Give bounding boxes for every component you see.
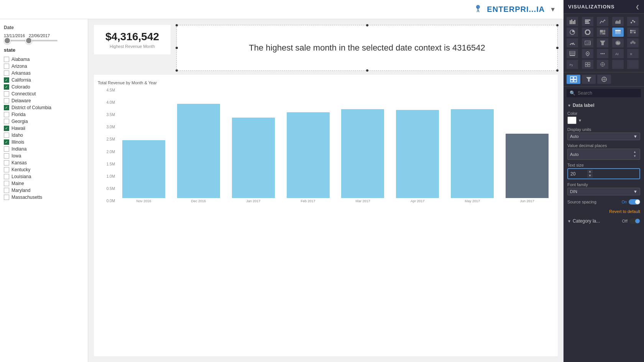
bar[interactable]	[287, 112, 330, 198]
viz-icon-donut[interactable]	[582, 28, 593, 37]
filter-icon[interactable]	[582, 75, 596, 84]
state-checkbox[interactable]	[4, 133, 9, 138]
state-item[interactable]: Delaware	[4, 97, 84, 104]
bar-group[interactable]: Feb 2017	[281, 88, 335, 203]
viz-icon-analytics[interactable]	[597, 60, 608, 69]
date-slider[interactable]	[4, 40, 84, 41]
state-checkbox[interactable]	[4, 98, 9, 103]
state-item[interactable]: District of Columbia	[4, 104, 84, 111]
bar-group[interactable]: May 2017	[445, 88, 499, 203]
text-size-input[interactable]	[570, 171, 586, 177]
viz-icon-slicer[interactable]	[567, 49, 578, 58]
bar-group[interactable]: Nov 2016	[117, 88, 171, 203]
text-size-stepper[interactable]: ▲ ▼	[587, 170, 593, 178]
viz-icon-matrix[interactable]	[627, 28, 639, 37]
state-item[interactable]: California	[4, 77, 84, 84]
bar[interactable]	[396, 110, 439, 198]
category-toggle[interactable]	[629, 218, 640, 224]
state-item[interactable]: Arkansas	[4, 70, 84, 77]
state-checkbox[interactable]	[4, 174, 9, 179]
viz-expand-icon[interactable]: ❮	[636, 4, 639, 10]
format-icon[interactable]	[567, 75, 580, 84]
viz-icon-map[interactable]	[582, 49, 593, 58]
data-label-section-header[interactable]: ▼ Data label	[564, 100, 644, 110]
state-checkbox[interactable]	[4, 126, 9, 131]
state-item[interactable]: Idaho	[4, 132, 84, 139]
state-checkbox[interactable]	[4, 84, 9, 90]
category-label-row[interactable]: ▼ Category la... Off	[564, 216, 644, 226]
viz-icon-pie[interactable]	[567, 28, 578, 37]
state-checkbox[interactable]	[4, 119, 9, 124]
state-checkbox[interactable]	[4, 91, 9, 97]
state-item[interactable]: Iowa	[4, 152, 84, 159]
viz-icon-scatter[interactable]	[627, 17, 639, 26]
state-item[interactable]: Kentucky	[4, 166, 84, 173]
state-item[interactable]: Alabama	[4, 56, 84, 63]
color-control[interactable]: ▼	[567, 116, 640, 124]
color-swatch[interactable]	[567, 116, 577, 124]
bar-group[interactable]: Apr 2017	[391, 88, 444, 203]
bar[interactable]	[177, 104, 220, 198]
slider-track[interactable]	[4, 40, 58, 41]
bar-group[interactable]: Jun 2017	[500, 88, 554, 203]
text-size-up[interactable]: ▲	[587, 170, 593, 174]
text-size-down[interactable]: ▼	[587, 174, 593, 178]
decimal-stepper[interactable]: ▲ ▼	[632, 150, 637, 158]
search-input[interactable]	[578, 90, 638, 96]
viz-icon-funnel[interactable]	[597, 38, 608, 48]
state-checkbox[interactable]	[4, 188, 9, 193]
state-item[interactable]: Florida	[4, 111, 84, 118]
bar[interactable]	[506, 134, 549, 198]
bar[interactable]	[122, 140, 165, 198]
font-family-select[interactable]: DIN ▼	[567, 188, 640, 195]
source-spacing-toggle[interactable]: On	[622, 199, 640, 205]
state-item[interactable]: Massachusetts	[4, 194, 84, 201]
viz-icon-more[interactable]	[597, 49, 608, 58]
state-item[interactable]: Connecticut	[4, 90, 84, 97]
bar-group[interactable]: Dec 2016	[172, 88, 225, 203]
state-item[interactable]: Indiana	[4, 146, 84, 152]
state-item[interactable]: Maryland	[4, 187, 84, 194]
color-dropdown-arrow[interactable]: ▼	[578, 118, 582, 123]
state-item[interactable]: Hawaii	[4, 125, 84, 132]
viz-icon-bar2[interactable]	[582, 17, 593, 26]
filter-header-icon[interactable]: ▼	[550, 6, 556, 13]
state-item[interactable]: Colorado	[4, 84, 84, 90]
viz-icon-gauge[interactable]	[567, 38, 578, 48]
state-checkbox[interactable]	[4, 195, 9, 200]
state-item[interactable]: Louisiana	[4, 173, 84, 180]
viz-icon-table[interactable]	[612, 28, 624, 37]
state-item[interactable]: Arizona	[4, 63, 84, 70]
drill-icon[interactable]	[597, 75, 611, 84]
bar-group[interactable]: Mar 2017	[336, 88, 390, 203]
decimal-select[interactable]: Auto ▲ ▼	[567, 149, 640, 160]
revert-button[interactable]: Revert to default	[564, 207, 644, 216]
viz-icon-treemap[interactable]	[597, 28, 608, 37]
state-checkbox[interactable]	[4, 64, 9, 69]
slider-thumb-left[interactable]	[4, 37, 11, 44]
state-checkbox[interactable]	[4, 112, 9, 117]
viz-icon-bar[interactable]	[567, 17, 578, 26]
state-checkbox[interactable]	[4, 77, 9, 83]
state-checkbox[interactable]	[4, 153, 9, 159]
display-units-select[interactable]: Auto ▼	[567, 133, 640, 140]
state-checkbox[interactable]	[4, 181, 9, 186]
toggle-track[interactable]	[629, 199, 640, 205]
viz-icon-format[interactable]	[582, 60, 593, 69]
bar[interactable]	[341, 109, 384, 198]
state-item[interactable]: Georgia	[4, 118, 84, 125]
viz-icon-area[interactable]	[612, 17, 624, 26]
viz-icon-python[interactable]: R	[627, 49, 639, 58]
bar[interactable]	[451, 109, 494, 198]
state-item[interactable]: Illinois	[4, 139, 84, 146]
viz-search[interactable]: 🔍	[567, 89, 641, 97]
slider-thumb-right[interactable]	[25, 37, 32, 44]
state-checkbox[interactable]	[4, 70, 9, 76]
text-size-control[interactable]: ▲ ▼	[567, 168, 640, 179]
viz-icon-ai[interactable]: AI	[612, 49, 624, 58]
state-checkbox[interactable]	[4, 139, 9, 145]
bar-group[interactable]: Jan 2017	[227, 88, 280, 203]
state-checkbox[interactable]	[4, 167, 9, 172]
viz-icon-custom[interactable]	[627, 38, 639, 48]
viz-icon-filled-map[interactable]	[612, 38, 624, 48]
